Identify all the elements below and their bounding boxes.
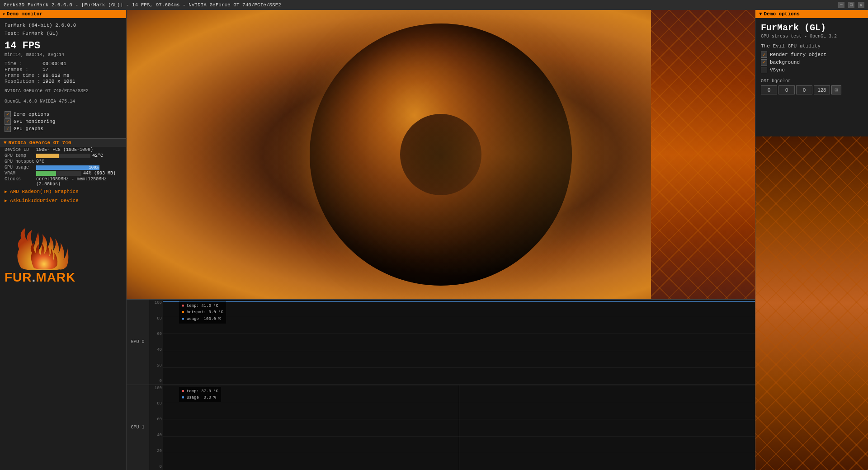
gpu-monitoring-cb-icon: ✓ [5,118,11,125]
vram-bar-bg [36,171,81,176]
gpu-graphs-cb-icon: ✓ [5,126,11,132]
gpu0-graph: GPU 0 100 80 60 40 20 0 [127,300,755,385]
demo-options-checkbox[interactable]: ✓ Demo options [5,111,122,118]
gpu1-graph-content: 100 80 60 40 20 0 ■ temp: 37.0 °C ■ usag… [149,385,755,470]
background-checkbox[interactable]: ✓ background [761,59,863,66]
osi-r-input[interactable] [761,85,777,94]
furmark-gl-subtitle: GPU stress test - OpenGL 3.2 [761,34,863,39]
background-label: background [770,60,800,65]
osi-label: OSI bgcolor [761,79,863,84]
vsync-cb-icon [761,67,767,73]
nvidia-gpu-section: ▼ NVIDIA GeForce GT 740 Device ID 10DE- … [0,138,126,187]
gpu-temp-row: GPU temp 42°C [0,153,126,159]
gpu1-graph: GPU 1 100 80 60 40 20 0 ■ temp: 37.0 °C [127,385,755,470]
maximize-button[interactable]: □ [848,2,854,8]
gpu-hotspot-row: GPU hotspot 0°C [0,159,126,164]
stat-time: Time : 00:00:01 [5,61,122,66]
osi-g-input[interactable] [778,85,795,94]
stat-frametime: Frame time : 96.618 ms [5,73,122,78]
title-bar: Geeks3D FurMark 2.6.0.0 - [FurMark (GL)]… [0,0,868,10]
nvidia-gpu-name: NVIDIA GeForce GT 740 [9,140,71,146]
render-furry-label: Render furry object [770,52,826,57]
fps-sub: min:14, max:14, avg:14 [5,52,122,57]
gpu-monitoring-checkbox[interactable]: ✓ GPU monitoring [5,118,122,125]
demo-options-arrow: ▼ [759,11,762,17]
nvidia-gpu-header[interactable]: ▼ NVIDIA GeForce GT 740 [0,138,126,147]
right-preview-bg [755,136,868,470]
close-button[interactable]: ✕ [858,2,864,8]
osi-inputs: ⊞ [761,85,863,94]
gpu-temp-bar-container: 42°C [36,153,122,158]
gpu0-legend: ■ temp: 41.0 °C ■ hotspot: 0.0 °C ■ usag… [179,301,226,324]
vsync-checkbox[interactable]: VSync [761,67,863,73]
right-panel: ▼ Demo options FurMark (GL) GPU stress t… [755,10,868,470]
clocks-row: Clocks core:1059MHz - mem:1250MHz (2.5Gb… [0,176,126,187]
gpu-info-line1: NVIDIA GeForce GT 740/PCIe/SSE2 [5,88,122,94]
fps-display: 14 FPS [5,40,122,52]
vram-row: VRAM 44% (903 MB) [0,170,126,176]
demo-monitor-header: ▼ Demo monitor [0,10,126,18]
gpu0-graph-content: 100 80 60 40 20 0 ■ temp: [149,300,755,385]
vram-bar-container: 44% (903 MB) [36,171,122,176]
amd-radeon-arrow: ▶ [5,189,7,194]
amd-radeon-name: AMD Radeon(TM) Graphics [10,189,79,194]
osi-section: OSI bgcolor ⊞ [761,79,863,94]
demo-monitor-label: Demo monitor [7,11,42,17]
gpu0-graph-area: ■ temp: 41.0 °C ■ hotspot: 0.0 °C ■ usag… [163,300,755,385]
furmark-gl-title: FurMark (GL) [761,23,863,33]
gpu-info-line2: OpenGL 4.6.0 NVIDIA 475.14 [5,98,122,105]
demo-monitor-arrow: ▼ [3,12,5,16]
osi-color-picker-button[interactable]: ⊞ [831,85,841,94]
furmark-center [400,114,481,195]
gpu-usage-row: GPU usage 100% [0,164,126,170]
gpu1-graph-area: ■ temp: 37.0 °C ■ usage: 0.0 % [163,385,755,470]
demo-options-label: Demo options [14,112,49,117]
vsync-label: VSync [770,67,785,73]
demo-options-title: Demo options [764,11,800,17]
gpu-graphs-checkbox[interactable]: ✓ GPU graphs [5,126,122,132]
bottom-graphs-area: GPU 0 100 80 60 40 20 0 [127,299,755,470]
nvidia-gpu-arrow: ▼ [4,140,7,146]
osi-b-input[interactable] [796,85,812,94]
gpu0-usage-line [163,300,755,385]
gpu-temp-bar-bg [36,154,90,158]
app-name-line1: FurMark (64-bit) 2.6.0.0 [5,22,122,30]
vram-value: 44% (903 MB) [83,171,116,176]
title-text: Geeks3D FurMark 2.6.0.0 - [FurMark (GL)]… [4,2,838,8]
gpu0-label: GPU 0 [127,300,149,385]
osi-a-input[interactable] [814,85,830,94]
gpu-usage-bar-container: 100% [36,165,122,170]
amd-radeon-collapsed[interactable]: ▶ AMD Radeon(TM) Graphics [0,187,126,196]
render-furry-checkbox[interactable]: ✓ Render furry object [761,52,863,58]
background-cb-icon: ✓ [761,59,767,66]
left-panel: ▼ Demo monitor FurMark (64-bit) 2.6.0.0 … [0,10,127,470]
gpu0-y-axis: 100 80 60 40 20 0 [149,300,163,385]
furmark-ball [310,24,572,286]
gpu-graphs-label: GPU graphs [14,126,43,132]
render-furry-cb-icon: ✓ [761,52,767,58]
stat-frames: Frames : 17 [5,67,122,72]
gpu1-label: GPU 1 [127,385,149,470]
diamond-background [651,10,755,299]
gpu-usage-bar-bg: 100% [36,165,99,170]
gpu1-legend: ■ temp: 37.0 °C ■ usage: 0.0 % [179,387,221,403]
stat-resolution: Resolution : 1920 x 1061 [5,79,122,84]
vram-bar-fill [36,171,56,176]
minimize-button[interactable]: ─ [838,2,844,8]
right-panel-preview [755,136,868,470]
gpu-temp-value: 42°C [92,153,103,158]
right-panel-content: FurMark (GL) GPU stress test - OpenGL 3.… [755,18,868,99]
furmark-render-area [127,10,755,299]
app-name-line2: Test: FurMark (GL) [5,30,122,38]
furmark-logo-area: FUR.MARK [5,202,75,285]
evil-gpu-label: The Evil GPU utility [761,43,863,49]
flame-svg [11,202,70,270]
furmark-logo-text: FUR.MARK [5,270,75,285]
main-viewport [127,10,755,299]
monitor-section: FurMark (64-bit) 2.6.0.0 Test: FurMark (… [0,18,126,108]
demo-options-header: ▼ Demo options [755,10,868,18]
device-id-row: Device ID 10DE- FC8 (10DE-1099) [0,147,126,153]
gpu1-y-axis: 100 80 60 40 20 0 [149,385,163,470]
options-checkboxes: ✓ Demo options ✓ GPU monitoring ✓ GPU gr… [0,108,126,135]
gpu-temp-bar-fill [36,154,59,158]
